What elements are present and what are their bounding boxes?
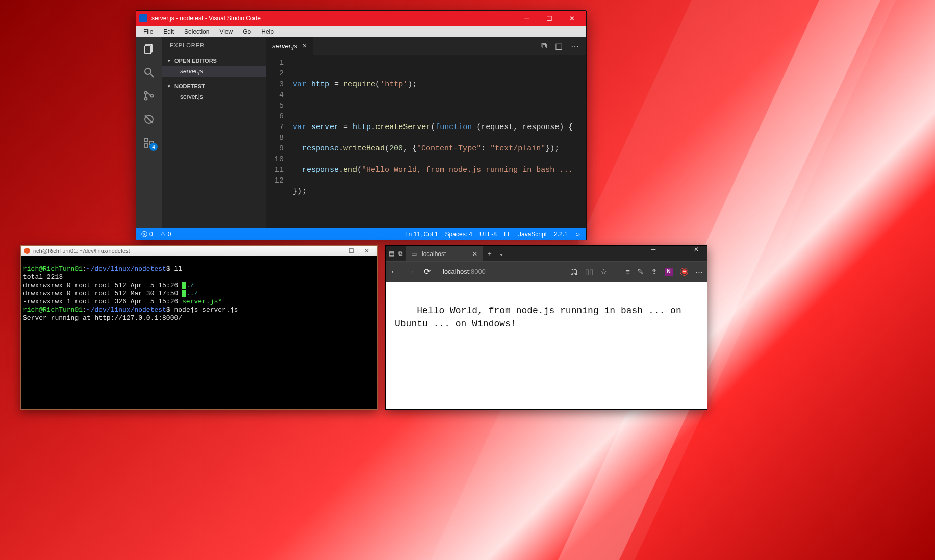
close-button[interactable]: ✕ (561, 15, 583, 22)
browser-toolbar: ← → ⟳ localhost:8000 🕮 ▯▯ ☆ ≡ ✎ ⇪ N ⛔ ⋯ (386, 261, 707, 282)
minimize-button[interactable]: ─ (328, 247, 344, 254)
svg-point-5 (145, 98, 147, 100)
open-editor-item[interactable]: server.js (162, 66, 266, 77)
svg-rect-10 (144, 144, 148, 147)
adblock-icon[interactable]: ⛔ (680, 268, 688, 276)
forward-icon[interactable]: → (406, 267, 415, 276)
more-icon[interactable]: ⋯ (695, 267, 703, 276)
tab-actions-icon[interactable]: ▤ (389, 250, 394, 257)
status-version[interactable]: 2.2.1 (554, 231, 568, 238)
vscode-logo-icon (139, 14, 147, 22)
maximize-button[interactable]: ☐ (664, 246, 686, 261)
svg-point-4 (145, 92, 147, 94)
svg-rect-1 (145, 46, 151, 54)
svg-line-3 (150, 74, 154, 77)
code-lines[interactable]: var http = require('http'); var server =… (293, 55, 586, 228)
new-tab-icon[interactable]: ＋ (487, 249, 493, 258)
menu-view[interactable]: View (215, 27, 237, 36)
line-gutter: 1 2 3 4 5 6 7 8 9 10 11 12 (266, 55, 293, 228)
minimize-button[interactable]: ─ (643, 246, 664, 261)
source-control-icon[interactable] (142, 89, 156, 103)
split-editor-icon[interactable]: ◫ (555, 41, 563, 51)
share-icon[interactable]: ⇪ (651, 267, 658, 276)
debug-icon[interactable] (142, 113, 156, 126)
explorer-panel: EXPLORER OPEN EDITORS server.js NODETEST… (162, 37, 266, 228)
notes-icon[interactable]: ✎ (637, 267, 644, 276)
editor-tab[interactable]: server.js × (266, 37, 313, 55)
terminal-window: rich@RichTurn01: ~/dev/linux/nodetest ─ … (20, 245, 378, 410)
browser-tab[interactable]: ▭ localhost ✕ (406, 246, 483, 261)
tab-chevron-icon[interactable]: ⌄ (499, 250, 504, 257)
menubar: File Edit Selection View Go Help (136, 26, 586, 37)
menu-file[interactable]: File (139, 27, 157, 36)
editor-area: server.js × ⧉ ◫ ⋯ 1 2 3 4 5 6 7 8 9 10 1… (266, 37, 586, 228)
page-icon: ▭ (411, 250, 417, 258)
address-bar[interactable]: localhost:8000 (439, 268, 563, 275)
set-aside-icon[interactable]: ⧉ (398, 250, 403, 257)
terminal-title: rich@RichTurn01: ~/dev/linux/nodetest (33, 248, 130, 254)
explorer-title: EXPLORER (162, 37, 266, 54)
more-icon[interactable]: ⋯ (571, 41, 579, 51)
project-folder-header[interactable]: NODETEST (162, 81, 266, 91)
menu-go[interactable]: Go (239, 27, 255, 36)
refresh-icon[interactable]: ⟳ (422, 267, 432, 276)
onenote-icon[interactable]: N (665, 268, 673, 276)
file-tree-item[interactable]: server.js (162, 91, 266, 103)
minimize-button[interactable]: ─ (516, 15, 538, 22)
status-language[interactable]: JavaScript (518, 231, 547, 238)
reading-view-icon[interactable]: 🕮 (570, 267, 578, 276)
maximize-button[interactable]: ☐ (538, 15, 561, 22)
tab-label: server.js (272, 42, 297, 50)
extensions-badge: 4 (149, 143, 158, 151)
back-icon[interactable]: ← (390, 267, 399, 276)
browser-page: Hello World, from node.js running in bas… (386, 282, 707, 409)
split-preview-icon[interactable]: ⧉ (541, 41, 547, 51)
browser-window: ▤ ⧉ ▭ localhost ✕ ＋ ⌄ ─ ☐ ✕ ← → ⟳ localh… (385, 245, 707, 410)
vscode-window: server.js - nodetest - Visual Studio Cod… (136, 10, 587, 240)
vscode-titlebar[interactable]: server.js - nodetest - Visual Studio Cod… (136, 11, 586, 26)
status-cursor-pos[interactable]: Ln 11, Col 1 (405, 231, 438, 238)
svg-point-2 (145, 68, 151, 74)
menu-edit[interactable]: Edit (159, 27, 178, 36)
terminal-body[interactable]: rich@RichTurn01:~/dev/linux/nodetest$ ll… (21, 256, 377, 409)
code-editor[interactable]: 1 2 3 4 5 6 7 8 9 10 11 12 var http = re… (266, 55, 586, 228)
status-encoding[interactable]: UTF-8 (479, 231, 497, 238)
activity-bar: 4 (136, 37, 162, 228)
editor-tabs: server.js × ⧉ ◫ ⋯ (266, 37, 586, 55)
maximize-button[interactable]: ☐ (344, 247, 359, 254)
terminal-titlebar[interactable]: rich@RichTurn01: ~/dev/linux/nodetest ─ … (21, 246, 377, 256)
browser-tabbar: ▤ ⧉ ▭ localhost ✕ ＋ ⌄ ─ ☐ ✕ (386, 246, 707, 261)
status-errors[interactable]: ⓧ 0 (141, 230, 153, 239)
reading-list-icon[interactable]: ▯▯ (585, 267, 593, 276)
close-button[interactable]: ✕ (686, 246, 707, 261)
search-icon[interactable] (142, 66, 156, 79)
extensions-icon[interactable]: 4 (142, 136, 156, 149)
window-title: server.js - nodetest - Visual Studio Cod… (151, 15, 261, 22)
tab-close-icon[interactable]: × (302, 42, 307, 50)
open-editors-header[interactable]: OPEN EDITORS (162, 56, 266, 66)
close-button[interactable]: ✕ (359, 247, 374, 254)
status-feedback-icon[interactable]: ☺ (575, 231, 581, 238)
svg-rect-9 (144, 138, 148, 142)
ubuntu-icon (24, 248, 30, 254)
status-indent[interactable]: Spaces: 4 (445, 231, 472, 238)
page-text: Hello World, from node.js running in bas… (395, 306, 687, 329)
svg-point-6 (151, 95, 154, 97)
status-bar: ⓧ 0 ⚠ 0 Ln 11, Col 1 Spaces: 4 UTF-8 LF … (136, 228, 586, 240)
tab-label: localhost (422, 250, 446, 258)
menu-selection[interactable]: Selection (180, 27, 213, 36)
menu-help[interactable]: Help (257, 27, 278, 36)
status-eol[interactable]: LF (504, 231, 511, 238)
tab-close-icon[interactable]: ✕ (472, 250, 477, 258)
status-warnings[interactable]: ⚠ 0 (160, 231, 171, 238)
hub-icon[interactable]: ≡ (625, 267, 630, 276)
favorite-icon[interactable]: ☆ (600, 267, 607, 276)
explorer-icon[interactable] (142, 42, 156, 56)
